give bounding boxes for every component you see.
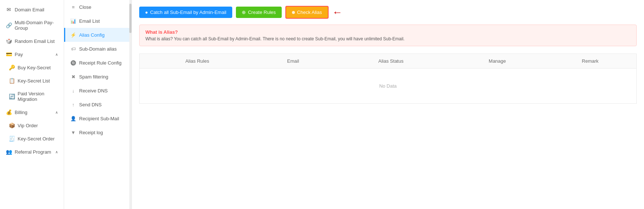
- sub-item-email-list[interactable]: 📊 Email List: [64, 14, 132, 28]
- col-email: Email: [255, 54, 332, 69]
- sidebar-item-billing[interactable]: 💰 Billing ∧: [0, 106, 64, 119]
- table-header: Alias Rules Email Alias Status Manage Re…: [140, 54, 637, 69]
- sidebar-item-buy-key-secret[interactable]: 🔑 Buy Key-Secret: [0, 61, 64, 74]
- multi-domain-icon: 🔗: [6, 22, 12, 28]
- create-rules-button[interactable]: ⊕ Create Rules: [236, 7, 282, 18]
- table-body: No Data: [140, 69, 637, 104]
- info-box-title: What is Alias?: [145, 29, 630, 35]
- sub-item-receipt-rule-config[interactable]: 🔘 Receipt Rule Config: [64, 56, 132, 70]
- sidebar-item-paid-version-migration[interactable]: 🔄 Paid Version Migration: [0, 87, 64, 106]
- referral-collapse-icon: ∧: [55, 150, 58, 154]
- sub-sidebar: ≡ Close 📊 Email List ⚡ Alias Config 🏷 Su…: [64, 0, 132, 209]
- sidebar-item-vip-order[interactable]: 📦 Vip Order: [0, 119, 64, 132]
- pay-collapse-icon: ∧: [55, 52, 58, 56]
- check-alias-dot: [292, 11, 295, 14]
- create-rules-icon: ⊕: [242, 10, 246, 15]
- left-sidebar: ✉ Domain Email 🔗 Multi-Domain Pay-Group …: [0, 0, 64, 209]
- referral-icon: 👥: [6, 149, 12, 155]
- billing-collapse-icon: ∧: [55, 110, 58, 114]
- sidebar-item-multi-domain[interactable]: 🔗 Multi-Domain Pay-Group: [0, 16, 64, 34]
- sub-item-alias-config[interactable]: ⚡ Alias Config: [64, 28, 132, 42]
- sub-sidebar-scrollbar-thumb[interactable]: [129, 4, 132, 33]
- check-alias-annotation: Check Alias ←: [285, 6, 343, 19]
- sub-item-receive-dns[interactable]: ↓ Receive DNS: [64, 84, 132, 98]
- col-alias-status: Alias Status: [331, 54, 450, 69]
- sub-item-close[interactable]: ≡ Close: [64, 0, 132, 14]
- sidebar-item-domain-email[interactable]: ✉ Domain Email: [0, 3, 64, 16]
- sub-item-send-dns[interactable]: ↑ Send DNS: [64, 98, 132, 111]
- alias-config-icon: ⚡: [70, 32, 76, 38]
- catch-all-button[interactable]: ● Catch all Sub-Email by Admin-Email: [139, 7, 232, 18]
- info-box: What is Alias? What is alias? You can ca…: [139, 25, 637, 46]
- info-box-text: What is alias? You can catch all Sub-Ema…: [145, 36, 630, 41]
- sub-item-spam-filtering[interactable]: ✖ Spam filtering: [64, 70, 132, 84]
- domain-email-icon: ✉: [6, 7, 12, 12]
- sidebar-item-key-secret-order[interactable]: 🧾 Key-Secret Order: [0, 132, 64, 145]
- sidebar-item-pay[interactable]: 💳 Pay ∧: [0, 48, 64, 61]
- col-remark: Remark: [544, 54, 636, 69]
- buy-key-secret-icon: 🔑: [9, 65, 15, 70]
- col-alias-rules: Alias Rules: [140, 54, 255, 69]
- alias-table: Alias Rules Email Alias Status Manage Re…: [139, 54, 637, 104]
- table-empty-row: No Data: [140, 69, 637, 104]
- recipient-sub-mail-icon: 👤: [70, 115, 76, 121]
- catch-all-dot: ●: [145, 10, 148, 15]
- sidebar-item-random-email[interactable]: 🎲 Random Email List: [0, 34, 64, 48]
- receive-dns-icon: ↓: [70, 88, 76, 94]
- sub-item-recipient-sub-mail[interactable]: 👤 Recipient Sub-Mail: [64, 111, 132, 125]
- check-alias-button[interactable]: Check Alias: [285, 6, 329, 19]
- sidebar-item-key-secret-list[interactable]: 📋 Key-Secret List: [0, 74, 64, 87]
- toolbar: ● Catch all Sub-Email by Admin-Email ⊕ C…: [139, 6, 637, 19]
- receipt-rule-config-icon: 🔘: [70, 60, 76, 66]
- random-email-icon: 🎲: [6, 38, 12, 44]
- key-secret-order-icon: 🧾: [9, 136, 15, 142]
- send-dns-icon: ↑: [70, 102, 76, 107]
- col-manage: Manage: [451, 54, 544, 69]
- paid-version-icon: 🔄: [9, 94, 15, 99]
- sub-item-receipt-log[interactable]: ▼ Receipt log: [64, 125, 132, 139]
- no-data-cell: No Data: [140, 69, 637, 104]
- close-icon: ≡: [70, 4, 76, 10]
- key-secret-list-icon: 📋: [9, 78, 15, 84]
- spam-filtering-icon: ✖: [70, 74, 76, 80]
- billing-icon: 💰: [6, 109, 12, 115]
- sub-sidebar-scrollbar[interactable]: [129, 0, 132, 209]
- sub-item-sub-domain-alias[interactable]: 🏷 Sub-Domain alias: [64, 42, 132, 56]
- vip-order-icon: 📦: [9, 122, 15, 128]
- pay-icon: 💳: [6, 51, 12, 57]
- red-arrow-annotation: ←: [332, 7, 343, 18]
- receipt-log-icon: ▼: [70, 129, 76, 135]
- email-list-icon: 📊: [70, 18, 76, 24]
- sidebar-item-referral-program[interactable]: 👥 Referral Program ∧: [0, 145, 64, 158]
- sub-domain-alias-icon: 🏷: [70, 46, 76, 52]
- main-content: ● Catch all Sub-Email by Admin-Email ⊕ C…: [132, 0, 644, 209]
